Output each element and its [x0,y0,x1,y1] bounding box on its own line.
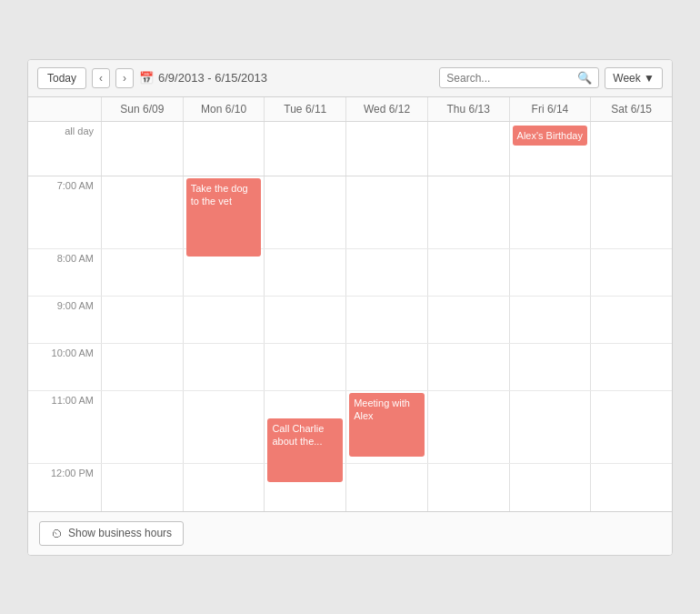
allday-cell-sat[interactable] [590,122,672,176]
time-cell-12pm-sat[interactable] [590,464,672,511]
time-label-12pm: 12:00 PM [28,464,101,511]
allday-cell-tue[interactable] [264,122,345,176]
time-cell-12pm-thu[interactable] [427,464,509,511]
time-cell-7am-sun[interactable] [101,176,183,248]
allday-row: all day Alex's Birthday [28,122,672,176]
time-cell-12pm-sun[interactable] [101,464,183,511]
time-cell-11am-tue[interactable]: Call Charlie about the... [264,391,345,463]
time-cell-10am-sun[interactable] [101,344,183,390]
time-cell-11am-thu[interactable] [427,391,509,463]
time-cell-11am-mon[interactable] [183,391,265,463]
day-header-wed: Wed 6/12 [345,97,427,121]
time-cell-11am-sun[interactable] [101,391,183,463]
prev-button[interactable]: ‹ [92,68,110,88]
time-cell-11am-wed[interactable]: Meeting with Alex [345,391,427,463]
allday-cell-mon[interactable] [183,122,265,176]
time-cell-8am-fri[interactable] [509,249,591,296]
calendar-container: Today ‹ › 📅 6/9/2013 - 6/15/2013 🔍 Week … [27,59,673,556]
day-header-thu: Thu 6/13 [427,97,509,121]
time-cell-7am-sat[interactable] [590,176,672,248]
time-cell-7am-wed[interactable] [345,176,427,248]
allday-cell-thu[interactable] [427,122,509,176]
search-icon: 🔍 [577,71,592,85]
time-cell-10am-fri[interactable] [509,344,591,390]
time-label-8am: 8:00 AM [28,249,101,296]
time-rows: 7:00 AM Take the dog to the vet 8:00 AM [28,176,672,511]
date-range: 📅 6/9/2013 - 6/15/2013 [139,71,267,85]
date-range-text: 6/9/2013 - 6/15/2013 [158,71,267,85]
time-cell-9am-fri[interactable] [509,297,591,343]
clock-icon: ⏲ [51,527,63,540]
search-box: 🔍 [439,67,599,88]
time-cell-12pm-wed[interactable] [345,464,427,511]
time-cell-9am-sun[interactable] [101,297,183,343]
time-cell-9am-mon[interactable] [183,297,265,343]
next-button[interactable]: › [115,68,134,88]
time-cell-10am-mon[interactable] [183,344,265,390]
event-title: Take the dog to the vet [191,183,248,206]
day-header-sun: Sun 6/09 [101,97,183,121]
today-button[interactable]: Today [37,67,86,89]
time-cell-8am-thu[interactable] [427,249,509,296]
view-select-button[interactable]: Week ▼ [605,67,663,89]
event-call-charlie[interactable]: Call Charlie about the... [267,418,343,482]
time-cell-8am-sat[interactable] [590,249,672,296]
toolbar: Today ‹ › 📅 6/9/2013 - 6/15/2013 🔍 Week … [28,60,672,97]
calendar-icon: 📅 [139,71,154,85]
calendar-grid: Sun 6/09 Mon 6/10 Tue 6/11 Wed 6/12 Thu … [28,97,672,511]
day-header-fri: Fri 6/14 [509,97,591,121]
allday-cell-sun[interactable] [101,122,183,176]
allday-cell-fri[interactable]: Alex's Birthday [509,122,591,176]
time-row-8am: 8:00 AM [28,249,672,297]
time-cell-10am-tue[interactable] [264,344,345,390]
time-label-7am: 7:00 AM [28,176,101,248]
event-title: Alex's Birthday [517,130,583,141]
time-label-11am: 11:00 AM [28,391,101,463]
time-cell-10am-thu[interactable] [427,344,509,390]
show-hours-label: Show business hours [68,527,172,539]
time-cell-7am-tue[interactable] [264,176,345,248]
corner-cell [28,97,101,121]
time-cell-12pm-mon[interactable] [183,464,265,511]
day-header-mon: Mon 6/10 [183,97,265,121]
time-cell-7am-thu[interactable] [427,176,509,248]
time-row-9am: 9:00 AM [28,297,672,344]
time-cell-7am-fri[interactable] [509,176,591,248]
event-alexs-birthday[interactable]: Alex's Birthday [513,126,588,146]
time-cell-9am-wed[interactable] [345,297,427,343]
time-cell-9am-thu[interactable] [427,297,509,343]
time-cell-11am-fri[interactable] [509,391,591,463]
time-row-7am: 7:00 AM Take the dog to the vet [28,176,672,249]
allday-cell-wed[interactable] [345,122,427,176]
day-header-sat: Sat 6/15 [590,97,672,121]
time-cell-10am-wed[interactable] [345,344,427,390]
time-label-10am: 10:00 AM [28,344,101,390]
time-row-11am: 11:00 AM Call Charlie about the... Meeti… [28,391,672,464]
time-cell-8am-wed[interactable] [345,249,427,296]
day-header-tue: Tue 6/11 [264,97,345,121]
search-input[interactable] [446,72,574,85]
time-cell-7am-mon[interactable]: Take the dog to the vet [183,176,265,248]
time-cell-9am-tue[interactable] [264,297,345,343]
event-title: Call Charlie about the... [272,423,324,447]
time-cell-12pm-fri[interactable] [509,464,591,511]
time-row-12pm: 12:00 PM [28,464,672,511]
show-business-hours-button[interactable]: ⏲ Show business hours [39,521,184,546]
time-row-10am: 10:00 AM [28,344,672,391]
allday-label: all day [28,122,101,176]
time-label-9am: 9:00 AM [28,297,101,343]
time-cell-8am-sun[interactable] [101,249,183,296]
event-title: Meeting with Alex [354,398,410,421]
time-cell-10am-sat[interactable] [590,344,672,390]
day-headers-row: Sun 6/09 Mon 6/10 Tue 6/11 Wed 6/12 Thu … [28,97,672,122]
event-take-dog[interactable]: Take the dog to the vet [186,178,262,257]
time-cell-11am-sat[interactable] [590,391,672,463]
time-cell-8am-tue[interactable] [264,249,345,296]
time-cell-9am-sat[interactable] [590,297,672,343]
footer: ⏲ Show business hours [28,511,672,555]
event-meeting-alex[interactable]: Meeting with Alex [349,393,425,457]
